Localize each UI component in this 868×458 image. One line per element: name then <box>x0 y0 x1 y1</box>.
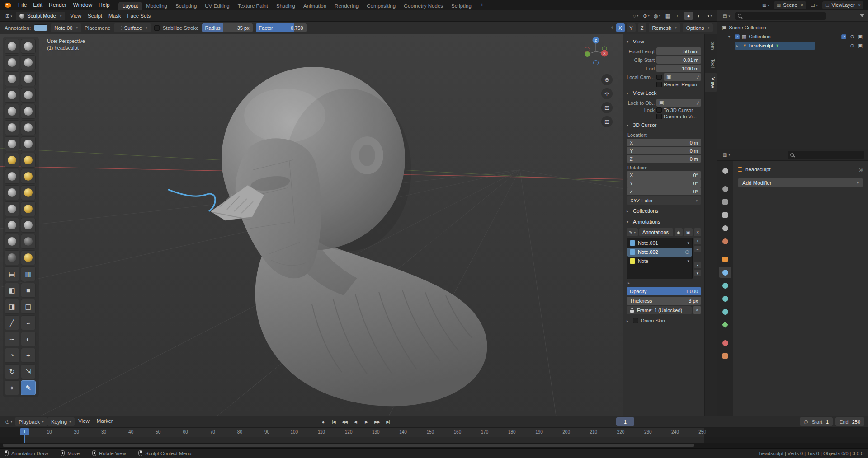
properties-tab[interactable] <box>719 236 731 247</box>
annotation-layer-row[interactable]: Note.001 <box>627 238 692 248</box>
properties-tab[interactable] <box>719 293 731 304</box>
annotations-section-header[interactable]: ▾Annotations <box>627 217 701 227</box>
layer-list-expand[interactable]: ▸ <box>627 280 701 286</box>
axis-field[interactable]: X0 m <box>627 139 701 146</box>
toolbar-tool[interactable] <box>5 55 19 70</box>
toolbar-tool[interactable]: ↻ <box>5 364 19 379</box>
mirror-y-button[interactable]: Y <box>627 23 636 32</box>
outliner-row-scene-collection[interactable]: ▣ Scene Collection <box>717 23 868 32</box>
browse-viewlayer-icon[interactable]: ▤ <box>809 1 820 9</box>
toolbar-tool[interactable] <box>21 39 36 54</box>
toolbar-tool[interactable] <box>5 250 19 265</box>
menu-item[interactable]: Render <box>46 1 70 9</box>
toolbar-tool[interactable] <box>5 71 19 86</box>
thickness-slider[interactable]: Thickness 3 px <box>627 297 701 305</box>
viewport-toggle-icon[interactable]: ● <box>684 12 693 20</box>
properties-tab[interactable] <box>719 319 731 330</box>
toolbar-tool[interactable] <box>5 169 19 184</box>
exclude-checkbox[interactable] <box>841 34 846 39</box>
menu-item[interactable]: Playback <box>15 417 47 426</box>
toolbar-tool[interactable]: ◫ <box>21 299 36 314</box>
axis-field[interactable]: X0° <box>627 171 701 179</box>
workspace-tab[interactable]: Modeling <box>142 2 171 10</box>
toolbar-tool[interactable]: ◧ <box>5 283 19 298</box>
toolbar-tool[interactable]: ◐ <box>21 332 36 346</box>
nav-icon[interactable]: ⊡ <box>601 102 613 113</box>
axis-field[interactable]: Y0 m <box>627 147 701 154</box>
note-dropdown[interactable]: Note.00 <box>51 23 81 32</box>
editor-type-icon[interactable]: ⊞ <box>4 12 14 20</box>
collection-checkbox[interactable] <box>735 34 740 39</box>
property-field[interactable]: 50 mm <box>656 47 701 55</box>
current-frame-field[interactable]: 1 <box>616 417 634 426</box>
toolbar-tool[interactable] <box>5 218 19 233</box>
layer-color-swatch[interactable] <box>630 258 635 264</box>
menu-item[interactable]: Keying <box>47 417 75 426</box>
mirror-x-button[interactable]: X <box>616 23 625 32</box>
lock-object-field[interactable]: ▣∕ <box>656 99 701 107</box>
properties-tab[interactable] <box>719 337 731 348</box>
properties-tab[interactable] <box>719 280 731 291</box>
editor-type-icon[interactable]: ▤ <box>721 12 732 20</box>
toolbar-tool[interactable] <box>5 153 19 168</box>
outliner-row-collection[interactable]: ▾ ▦ Collection ⊙ ▣ <box>717 32 868 41</box>
nav-icon[interactable]: ⊹ <box>601 88 613 99</box>
camera-to-view-checkbox[interactable] <box>656 114 662 119</box>
toolbar-tool[interactable] <box>5 88 19 103</box>
transport-button[interactable]: |◀ <box>329 417 339 426</box>
workspace-tab[interactable]: Texture Paint <box>234 2 272 10</box>
nav-icon[interactable]: ⊕ <box>601 74 613 85</box>
move-layer-up-button[interactable]: ▴ <box>694 262 701 268</box>
rotation-order-dropdown[interactable]: XYZ Euler <box>627 196 701 205</box>
scrollbar-handle[interactable] <box>3 444 694 447</box>
workspace-tab[interactable]: Geometry Nodes <box>400 2 447 10</box>
toolbar-tool[interactable]: ╱ <box>5 315 19 330</box>
properties-search-input[interactable] <box>788 151 864 159</box>
properties-tab[interactable] <box>719 223 731 234</box>
annotation-layer-row[interactable]: Note.002 <box>627 248 692 257</box>
viewport-toggle-icon[interactable]: ○ <box>674 12 683 20</box>
options-dropdown[interactable]: Options <box>683 23 713 32</box>
toolbar-tool[interactable]: ◨ <box>5 299 19 314</box>
eyedropper-icon[interactable]: ∕ <box>698 75 698 80</box>
properties-tab[interactable] <box>719 165 731 176</box>
properties-tab[interactable] <box>719 351 731 361</box>
transport-button[interactable]: ◀◀ <box>340 417 349 426</box>
workspace-tab[interactable]: Animation <box>299 2 330 10</box>
close-icon[interactable]: × <box>801 2 803 8</box>
toolbar-tool[interactable] <box>21 88 36 103</box>
properties-tab[interactable] <box>719 267 731 278</box>
toolbar-tool[interactable]: ⇲ <box>21 364 36 379</box>
frame-lock-button[interactable]: Frame: 1 (Unlocked) <box>627 306 692 314</box>
unlink-icon[interactable]: × <box>694 228 701 236</box>
opacity-slider[interactable]: Opacity 1.000 <box>627 287 701 295</box>
menu-item[interactable]: Edit <box>30 1 46 9</box>
transport-button[interactable]: ▶ <box>361 417 371 426</box>
datablock-type-icon[interactable]: ✎ <box>627 228 638 236</box>
toolbar-tool[interactable] <box>5 136 19 151</box>
annotation-color-swatch[interactable] <box>34 24 47 31</box>
layer-trailing-icon[interactable] <box>687 241 689 245</box>
axis-field[interactable]: Y0° <box>627 179 701 187</box>
viewport-toggle-icon[interactable]: ▦ <box>663 12 672 20</box>
viewport-toggle-icon[interactable]: ◌ <box>631 12 640 20</box>
filter-icon[interactable] <box>860 14 864 17</box>
timeline-scrollbar[interactable] <box>0 443 868 448</box>
menu-item[interactable]: File <box>15 1 30 9</box>
axis-y[interactable] <box>585 51 590 57</box>
viewlayer-selector[interactable]: ▤ ViewLayer × <box>822 1 863 9</box>
add-workspace-button[interactable]: + <box>477 2 487 8</box>
lock-to-3d-cursor-checkbox[interactable] <box>656 107 662 113</box>
nav-icon[interactable]: ⊞ <box>601 116 613 127</box>
workspace-tab[interactable]: Shading <box>272 2 299 10</box>
toolbar-tool[interactable]: ▤ <box>5 266 19 281</box>
sidebar-tab[interactable]: View <box>705 73 717 92</box>
transport-button[interactable]: ▶▶ <box>372 417 382 426</box>
hide-in-viewport-icon[interactable]: ⊙ <box>850 34 854 40</box>
axis-field[interactable]: Z0 m <box>627 155 701 163</box>
properties-tab[interactable] <box>719 183 731 194</box>
menu-item[interactable]: View <box>75 417 93 426</box>
toolbar-tool[interactable] <box>5 104 19 119</box>
outliner-row-object[interactable]: ▸ ▼ headsculpt ▼ ⊙ ▣ <box>717 41 868 50</box>
toolbar-tool[interactable]: ≈ <box>21 315 36 330</box>
